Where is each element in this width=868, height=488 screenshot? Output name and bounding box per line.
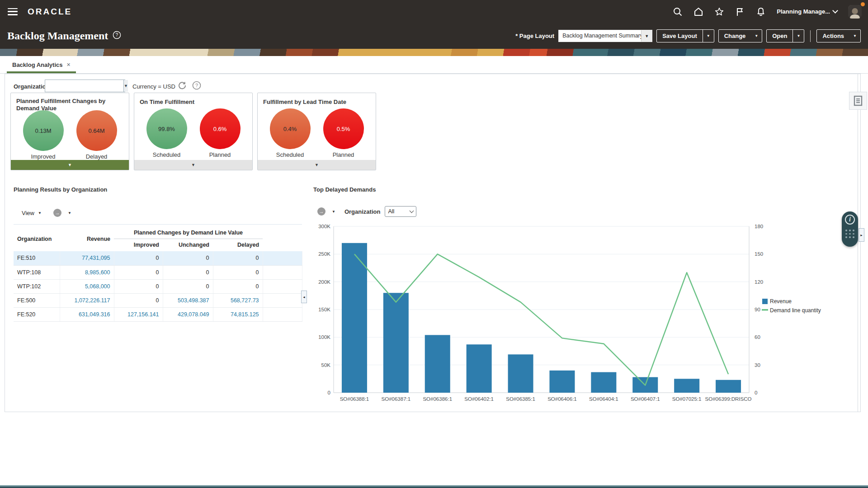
kpi-item-delayed: 0.64MDelayed — [76, 110, 117, 160]
save-layout-dropdown-icon[interactable]: ▼ — [703, 30, 714, 42]
panel-drawer-button[interactable] — [849, 92, 867, 110]
table-row[interactable]: WTP:1025,068,000000 — [14, 279, 302, 293]
planning-results-title: Planning Results by Organization — [14, 186, 107, 193]
organization-filter-input[interactable] — [45, 80, 123, 92]
value-link[interactable]: 568,727.73 — [231, 297, 259, 304]
col-header-improved[interactable]: Improved — [114, 239, 163, 251]
organization-filter-combobox[interactable]: ▼ — [45, 80, 125, 92]
col-header-revenue[interactable]: Revenue — [60, 227, 114, 251]
planning-results-toolbar: View ▼ → ▼ — [22, 209, 71, 217]
table-menu-dropdown-icon[interactable]: ▼ — [68, 211, 71, 215]
value-link[interactable]: 5,068,000 — [85, 283, 110, 290]
cell-value[interactable]: 1,072,226.117 — [60, 293, 114, 307]
cell-value[interactable]: 631,049.316 — [60, 307, 114, 321]
x-axis-category-label: SO#06399:DRISCO — [705, 396, 752, 402]
kpi-circle-improved[interactable]: 0.13M — [23, 110, 64, 151]
table-row[interactable]: FE:520631,049.316127,156.141429,078.0497… — [14, 307, 302, 321]
search-icon[interactable] — [673, 7, 683, 17]
cell-value[interactable]: 77,431,095 — [60, 251, 114, 265]
value-link[interactable]: 77,431,095 — [82, 255, 110, 261]
cell-value[interactable]: 8,985,600 — [60, 265, 114, 279]
table-row[interactable]: FE:5001,072,226.1170503,498.387568,727.7… — [14, 293, 302, 307]
save-layout-button[interactable]: Save Layout ▼ — [656, 29, 714, 42]
guided-learning-widget[interactable]: i — [842, 211, 858, 247]
kpi-circle-scheduled[interactable]: 0.4% — [270, 108, 311, 149]
organization-filter-dropdown-icon[interactable]: ▼ — [123, 80, 128, 92]
value-link[interactable]: 8,985,600 — [85, 269, 110, 276]
help-icon[interactable]: ? — [113, 31, 121, 41]
filter-help-icon[interactable]: ? — [192, 81, 201, 92]
cell-value[interactable]: 429,078.049 — [163, 307, 213, 321]
top-delayed-chart[interactable]: 050K100K150K200K250K300K0306090120150180… — [312, 214, 828, 408]
right-splitter-handle[interactable]: ► — [859, 228, 864, 242]
value-link[interactable]: 631,049.316 — [79, 311, 110, 318]
cell-value[interactable]: 74,815.125 — [213, 307, 263, 321]
col-header-organization[interactable]: Organization — [14, 227, 60, 251]
legend-revenue-swatch[interactable] — [762, 299, 768, 304]
detach-icon[interactable]: → — [53, 209, 61, 217]
table-row[interactable]: FE:51077,431,095000 — [14, 251, 302, 265]
change-button[interactable]: Change ▼ — [718, 29, 763, 42]
left-axis-tick-label: 50K — [321, 362, 331, 368]
select-chevron-icon — [410, 209, 414, 213]
kpi-circle-delayed[interactable]: 0.64M — [76, 110, 117, 151]
revenue-bar[interactable] — [342, 243, 367, 393]
user-menu[interactable]: Planning Manage... — [777, 8, 837, 15]
kpi-card-expander[interactable]: ▼ — [258, 160, 376, 170]
button-divider — [810, 30, 811, 42]
left-axis-tick-label: 150K — [318, 307, 330, 312]
open-button[interactable]: Open ▼ — [766, 29, 804, 42]
revenue-bar[interactable] — [383, 293, 409, 393]
revenue-bar[interactable] — [591, 372, 616, 393]
legend-demand-swatch[interactable] — [762, 309, 768, 311]
avatar[interactable] — [848, 5, 862, 19]
value-link[interactable]: 74,815.125 — [231, 311, 259, 318]
col-header-delayed[interactable]: Delayed — [213, 239, 263, 251]
demand-line-quantity-line[interactable] — [354, 254, 728, 385]
revenue-bar[interactable] — [716, 380, 741, 393]
revenue-bar[interactable] — [674, 379, 699, 393]
actions-button[interactable]: Actions ▼ — [816, 29, 861, 42]
revenue-bar[interactable] — [425, 335, 450, 393]
view-menu-dropdown-icon[interactable]: ▼ — [38, 211, 42, 215]
revenue-bar[interactable] — [508, 354, 533, 393]
refresh-icon[interactable] — [178, 81, 187, 92]
cell-value[interactable]: 503,498.387 — [163, 293, 213, 307]
kpi-card-2[interactable]: Fulfillment by Lead Time Date0.4%Schedul… — [257, 93, 376, 170]
home-icon[interactable] — [693, 7, 703, 17]
open-dropdown-icon[interactable]: ▼ — [793, 30, 804, 42]
kpi-card-expander[interactable]: ▼ — [134, 160, 252, 170]
notifications-bell-icon[interactable] — [756, 7, 766, 17]
oracle-logo: ORACLE — [28, 7, 72, 17]
value-link[interactable]: 429,078.049 — [178, 311, 209, 318]
col-header-unchanged[interactable]: Unchanged — [163, 239, 213, 251]
info-icon: i — [845, 215, 855, 225]
kpi-circle-planned[interactable]: 0.5% — [323, 108, 364, 149]
cell-value[interactable]: 127,156.141 — [114, 307, 163, 321]
tab-bar: Backlog Analytics × — [0, 56, 868, 74]
kpi-circle-planned[interactable]: 0.6% — [200, 108, 241, 149]
kpi-card-expander[interactable]: ▼ — [11, 160, 129, 170]
table-row[interactable]: WTP:1088,985,600000 — [14, 265, 302, 279]
kpi-circle-scheduled[interactable]: 99.8% — [146, 108, 187, 149]
value-link[interactable]: 503,498.387 — [178, 297, 209, 304]
chart-menu-dropdown-icon[interactable]: ▼ — [332, 210, 335, 214]
revenue-bar[interactable] — [467, 344, 492, 393]
tab-close-icon[interactable]: × — [67, 61, 71, 68]
value-link[interactable]: 127,156.141 — [127, 311, 159, 318]
kpi-card-0[interactable]: Planned Fulfillment Changes by Demand Va… — [10, 93, 129, 170]
page-layout-select[interactable]: Backlog Management Summary ▼ — [558, 30, 652, 42]
tab-backlog-analytics[interactable]: Backlog Analytics × — [7, 56, 76, 73]
cell-value[interactable]: 568,727.73 — [213, 293, 263, 307]
kpi-card-1[interactable]: On Time Fulfillment99.8%Scheduled0.6%Pla… — [134, 93, 253, 170]
hamburger-menu-icon[interactable] — [8, 8, 18, 15]
favorites-star-icon[interactable] — [714, 7, 724, 17]
page-header: Backlog Management ? * Page Layout Backl… — [0, 23, 868, 49]
flag-icon[interactable] — [735, 7, 745, 17]
table-splitter-handle[interactable]: ◄ — [301, 291, 307, 303]
revenue-bar[interactable] — [549, 371, 575, 393]
cell-value[interactable]: 5,068,000 — [60, 279, 114, 293]
value-link[interactable]: 1,072,226.117 — [74, 297, 110, 304]
page-layout-dropdown-icon[interactable]: ▼ — [641, 30, 652, 42]
view-menu[interactable]: View — [22, 210, 34, 216]
